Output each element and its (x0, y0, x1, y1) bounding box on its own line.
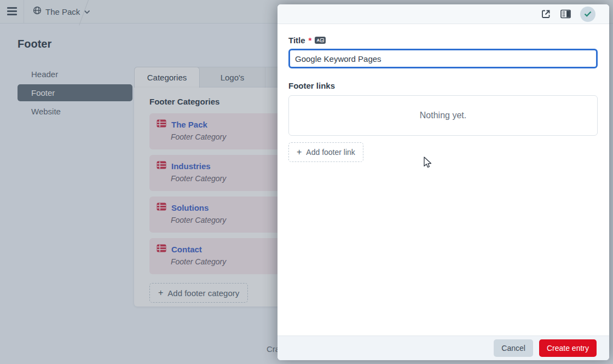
footer-links-label: Footer links (288, 81, 598, 90)
toggle-sidebar-icon[interactable] (560, 9, 571, 19)
translatable-field-icon: A= (315, 37, 326, 44)
title-field-label-row: Title * A= (288, 36, 598, 45)
save-check-icon[interactable] (580, 7, 595, 22)
title-input[interactable] (288, 49, 598, 68)
slideout-body: Title * A= Footer links Nothing yet. + A… (277, 25, 609, 162)
plus-icon: + (297, 147, 302, 157)
create-entry-slideout: Title * A= Footer links Nothing yet. + A… (277, 4, 609, 360)
cancel-button[interactable]: Cancel (494, 339, 533, 357)
add-footer-link-button[interactable]: + Add footer link (288, 142, 363, 162)
add-footer-link-label: Add footer link (306, 148, 355, 157)
slideout-footer: Cancel Create entry (277, 336, 609, 360)
required-asterisk: * (309, 36, 312, 45)
app-root: The Pack Footer Header Footer Website Ca… (0, 0, 613, 364)
footer-links-empty-state: Nothing yet. (288, 95, 598, 136)
slideout-header (277, 4, 609, 24)
empty-state-text: Nothing yet. (420, 111, 466, 120)
open-in-new-tab-icon[interactable] (541, 9, 551, 19)
create-entry-button[interactable]: Create entry (539, 339, 597, 357)
title-field-label: Title (288, 36, 305, 45)
